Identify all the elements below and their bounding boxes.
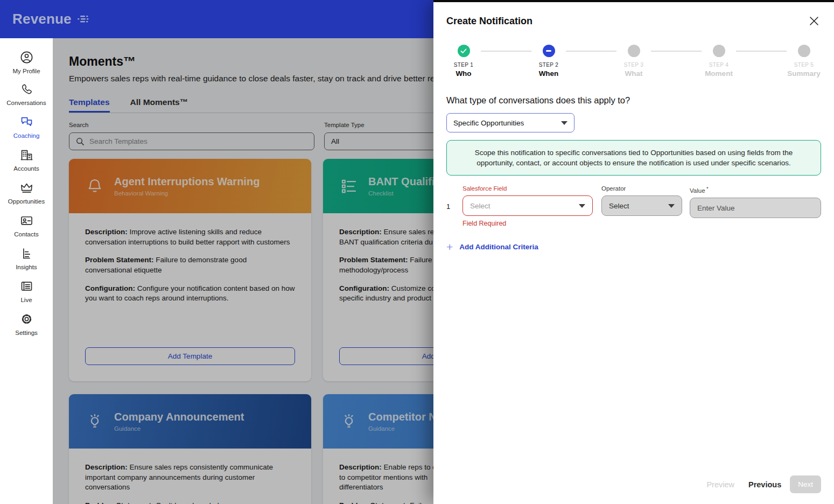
sidebar-item-coaching[interactable]: Coaching: [0, 115, 53, 139]
step-current-icon: [543, 45, 555, 57]
operator-label: Operator: [601, 185, 682, 192]
create-notification-drawer: Create Notification STEP 1 Who STEP 2 Wh…: [433, 0, 834, 504]
preview-button[interactable]: Preview: [706, 480, 734, 489]
sidebar-item-label: Opportunities: [8, 198, 45, 205]
phone-icon: [20, 83, 33, 96]
value-input[interactable]: [690, 198, 821, 218]
scope-info-banner: Scope this notification to specific conv…: [446, 140, 821, 176]
conversation-type-select[interactable]: Specific Opportunities: [446, 113, 574, 132]
next-button[interactable]: Next: [790, 475, 821, 493]
step-summary[interactable]: STEP 5 Summary: [787, 45, 821, 78]
conversation-type-question: What type of conversations does this app…: [446, 95, 821, 106]
revenue-logo: Revenue: [12, 11, 90, 27]
sidebar: My Profile Conversations Coaching Accoun…: [0, 38, 53, 504]
step-eyebrow: STEP 1: [454, 62, 474, 68]
step-connector: [736, 51, 787, 52]
step-moment[interactable]: STEP 4 Moment: [702, 45, 736, 78]
sidebar-item-label: Live: [20, 297, 32, 303]
step-eyebrow: STEP 2: [539, 62, 559, 68]
contact-card-icon: [19, 213, 34, 228]
revenue-logo-icon: [76, 14, 90, 25]
crown-icon: [19, 180, 34, 195]
step-what[interactable]: STEP 3 What: [616, 45, 651, 78]
criteria-row-number: 1: [446, 185, 462, 227]
live-panel-icon: [19, 279, 34, 293]
buildings-icon: [19, 148, 34, 162]
sidebar-item-my-profile[interactable]: My Profile: [0, 50, 53, 74]
wizard-stepper: STEP 1 Who STEP 2 When STEP 3 What STEP …: [446, 45, 821, 78]
sidebar-item-label: Settings: [15, 330, 38, 336]
salesforce-field-placeholder: Select: [470, 202, 490, 210]
close-icon[interactable]: [808, 15, 820, 27]
field-required-error: Field Required: [462, 220, 593, 227]
add-additional-criteria-link[interactable]: + Add Additional Criteria: [446, 241, 538, 253]
sidebar-item-label: Coaching: [13, 132, 40, 139]
step-name: Moment: [705, 69, 733, 78]
profile-icon: [19, 50, 34, 65]
step-dot: [713, 45, 725, 57]
sidebar-item-label: Accounts: [13, 165, 39, 172]
bar-chart-icon: [19, 246, 34, 261]
step-name: Summary: [787, 69, 821, 78]
step-eyebrow: STEP 5: [794, 62, 814, 68]
step-dot: [628, 45, 640, 57]
step-check-icon: [458, 45, 470, 57]
step-who[interactable]: STEP 1 Who: [446, 45, 481, 78]
value-label: Value *: [690, 185, 821, 194]
salesforce-field-label: Salesforce Field: [462, 185, 593, 192]
gear-icon: [19, 312, 34, 326]
salesforce-field-column: Salesforce Field Select Field Required: [462, 185, 593, 227]
criteria-row: 1 Salesforce Field Select Field Required…: [446, 185, 821, 227]
sidebar-item-opportunities[interactable]: Opportunities: [0, 180, 53, 205]
chevron-down-icon: [579, 204, 585, 208]
revenue-logo-text: Revenue: [12, 11, 72, 27]
step-eyebrow: STEP 3: [624, 62, 644, 68]
previous-button[interactable]: Previous: [748, 480, 781, 489]
drawer-title: Create Notification: [446, 16, 821, 27]
chevron-down-icon: [668, 204, 675, 208]
sidebar-item-label: My Profile: [12, 68, 40, 74]
sidebar-item-label: Insights: [16, 264, 37, 270]
operator-column: Operator Select: [601, 185, 682, 227]
salesforce-field-select[interactable]: Select: [462, 195, 593, 216]
required-asterisk: *: [706, 185, 709, 191]
chevron-down-icon: [561, 121, 567, 125]
step-connector: [481, 51, 531, 52]
step-eyebrow: STEP 4: [709, 62, 729, 68]
operator-select[interactable]: Select: [601, 195, 682, 216]
plus-icon: +: [446, 241, 453, 253]
sidebar-item-insights[interactable]: Insights: [0, 246, 53, 270]
step-dot: [798, 45, 810, 57]
sidebar-item-conversations[interactable]: Conversations: [0, 83, 53, 106]
sidebar-item-contacts[interactable]: Contacts: [0, 213, 53, 237]
operator-placeholder: Select: [609, 202, 629, 210]
value-column: Value *: [690, 185, 821, 227]
step-name: When: [539, 69, 559, 78]
step-connector: [651, 51, 702, 52]
sidebar-item-label: Contacts: [14, 231, 38, 237]
sidebar-item-accounts[interactable]: Accounts: [0, 148, 53, 172]
chat-bubbles-icon: [19, 115, 34, 129]
sidebar-item-label: Conversations: [6, 100, 46, 106]
step-name: Who: [455, 69, 471, 78]
add-additional-criteria-label: Add Additional Criteria: [459, 243, 538, 251]
step-name: What: [625, 69, 643, 78]
sidebar-item-live[interactable]: Live: [0, 279, 53, 303]
drawer-footer: Preview Previous Next: [706, 475, 821, 493]
step-when[interactable]: STEP 2 When: [531, 45, 566, 78]
step-connector: [566, 51, 616, 52]
sidebar-item-settings[interactable]: Settings: [0, 312, 53, 336]
conversation-type-value: Specific Opportunities: [453, 119, 524, 127]
